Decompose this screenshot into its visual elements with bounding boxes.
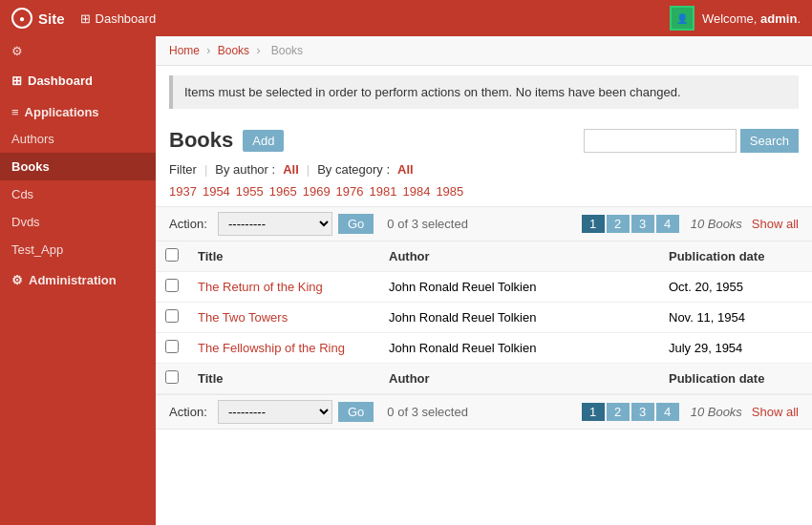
topbar-right: 👤 Welcome, admin. — [670, 6, 801, 31]
bottom-action-bar: Action: --------- Go 0 of 3 selected 1 2… — [156, 394, 812, 430]
administration-header: Administration — [0, 263, 156, 293]
table-row: The Fellowship of the Ring John Ronald R… — [156, 333, 812, 364]
sidebar-administration-section: Administration — [0, 263, 156, 293]
sidebar-item-books[interactable]: Books — [0, 153, 156, 180]
breadcrumb: Home › Books › Books — [156, 36, 812, 66]
header-checkbox-col — [156, 242, 188, 272]
year-filter: 1937 1954 1955 1965 1969 1976 1981 1984 … — [156, 184, 812, 206]
bottom-pagination: 1 2 3 4 — [582, 403, 679, 421]
breadcrumb-current: Books — [271, 44, 303, 57]
row-checkbox-2[interactable] — [165, 340, 179, 353]
page-btn-2[interactable]: 2 — [607, 215, 630, 233]
site-logo-icon: ● — [11, 8, 32, 29]
page-btn-4[interactable]: 4 — [656, 215, 679, 233]
filter-author-all[interactable]: All — [283, 162, 299, 177]
bottom-go-button[interactable]: Go — [338, 402, 374, 422]
username: admin — [760, 11, 797, 26]
top-action-bar: Action: --------- Go 0 of 3 selected 1 2… — [156, 206, 812, 242]
top-books-count: 10 Books — [691, 217, 742, 231]
bottom-page-btn-3[interactable]: 3 — [631, 403, 654, 421]
row-author-0: John Ronald Reuel Tolkien — [379, 272, 659, 303]
topbar: ● Site ⊞ Dashboard 👤 Welcome, admin. — [0, 0, 812, 36]
breadcrumb-books-section[interactable]: Books — [218, 44, 249, 57]
select-all-footer-checkbox[interactable] — [165, 370, 179, 384]
sidebar-item-cds[interactable]: Cds — [0, 180, 156, 208]
bottom-page-btn-4[interactable]: 4 — [656, 403, 679, 421]
footer-checkbox-col — [156, 364, 188, 394]
filter-label: Filter — [169, 162, 197, 177]
add-button[interactable]: Add — [243, 130, 284, 152]
select-all-checkbox[interactable] — [165, 248, 179, 262]
content-area: Home › Books › Books Items must be selec… — [156, 36, 812, 525]
row-title-link-0[interactable]: The Return of the King — [198, 280, 323, 294]
search-input[interactable] — [584, 129, 737, 153]
bottom-page-btn-1[interactable]: 1 — [582, 403, 605, 421]
breadcrumb-home[interactable]: Home — [169, 44, 200, 57]
topbar-left: ● Site ⊞ Dashboard — [11, 8, 156, 29]
table-header-row: Title Author Publication date — [156, 242, 812, 272]
row-date-2: July 29, 1954 — [659, 333, 812, 364]
dashboard-icon — [11, 74, 22, 88]
filter-bar: Filter | By author : All | By category :… — [156, 158, 812, 184]
by-author-label: By author : — [215, 162, 275, 177]
year-1954[interactable]: 1954 — [203, 184, 230, 199]
table-row: The Return of the King John Ronald Reuel… — [156, 272, 812, 303]
sidebar-gear[interactable] — [0, 36, 156, 66]
bottom-action-label: Action: — [169, 405, 212, 419]
sidebar-item-authors[interactable]: Authors — [0, 125, 156, 153]
year-1985[interactable]: 1985 — [436, 184, 463, 199]
row-checkbox-cell — [156, 272, 188, 303]
user-avatar: 👤 — [670, 6, 694, 31]
year-1969[interactable]: 1969 — [303, 184, 331, 199]
row-title-link-2[interactable]: The Fellowship of the Ring — [198, 341, 345, 355]
search-button[interactable]: Search — [740, 129, 799, 153]
row-author-2: John Ronald Reuel Tolkien — [379, 333, 659, 364]
site-name: Site — [38, 10, 65, 27]
sidebar: Dashboard Applications Authors Books Cds… — [0, 36, 156, 525]
page-btn-1[interactable]: 1 — [582, 215, 605, 233]
filter-category-all[interactable]: All — [397, 162, 414, 177]
year-1965[interactable]: 1965 — [269, 184, 297, 199]
user-icon-label: 👤 — [676, 13, 688, 24]
books-header: Books Add Search — [156, 118, 812, 158]
bottom-show-all[interactable]: Show all — [752, 405, 799, 419]
sidebar-applications-section: Applications Authors Books Cds Dvds Test… — [0, 95, 156, 263]
row-title-2: The Fellowship of the Ring — [188, 333, 379, 364]
dashboard-topbar-link[interactable]: ⊞ Dashboard — [80, 11, 157, 26]
top-go-button[interactable]: Go — [338, 214, 374, 234]
sidebar-item-dvds[interactable]: Dvds — [0, 208, 156, 236]
header-date: Publication date — [659, 242, 812, 272]
books-table: Title Author Publication date The Return… — [156, 242, 812, 394]
year-1955[interactable]: 1955 — [236, 184, 264, 199]
year-1981[interactable]: 1981 — [370, 184, 397, 199]
dashboard-topbar-label: Dashboard — [96, 11, 157, 26]
year-1937[interactable]: 1937 — [169, 184, 197, 199]
top-action-select[interactable]: --------- — [218, 212, 332, 236]
row-title-0: The Return of the King — [188, 272, 379, 303]
site-logo[interactable]: ● Site — [11, 8, 65, 29]
year-1984[interactable]: 1984 — [402, 184, 430, 199]
main-layout: Dashboard Applications Authors Books Cds… — [0, 36, 812, 525]
welcome-text: Welcome, admin. — [702, 11, 801, 26]
sidebar-item-testapp[interactable]: Test_App — [0, 236, 156, 263]
row-checkbox-1[interactable] — [165, 309, 179, 323]
row-checkbox-cell — [156, 333, 188, 364]
bottom-action-select[interactable]: --------- — [218, 400, 332, 424]
top-selected-count: 0 of 3 selected — [387, 217, 468, 231]
alert-message: Items must be selected in order to perfo… — [169, 75, 799, 109]
row-checkbox-0[interactable] — [165, 279, 179, 292]
top-show-all[interactable]: Show all — [752, 217, 799, 231]
row-title-link-1[interactable]: The Two Towers — [198, 310, 288, 325]
top-action-label: Action: — [169, 217, 212, 231]
sidebar-dashboard[interactable]: Dashboard — [0, 66, 156, 95]
bottom-page-btn-2[interactable]: 2 — [607, 403, 630, 421]
page-btn-3[interactable]: 3 — [631, 215, 654, 233]
top-pagination: 1 2 3 4 — [582, 215, 679, 233]
bottom-selected-count: 0 of 3 selected — [387, 405, 468, 419]
row-date-0: Oct. 20, 1955 — [659, 272, 812, 303]
admin-icon — [11, 273, 23, 287]
by-category-label: By category : — [317, 162, 390, 177]
row-title-1: The Two Towers — [188, 303, 379, 333]
page-title: Books — [169, 128, 233, 153]
year-1976[interactable]: 1976 — [336, 184, 364, 199]
